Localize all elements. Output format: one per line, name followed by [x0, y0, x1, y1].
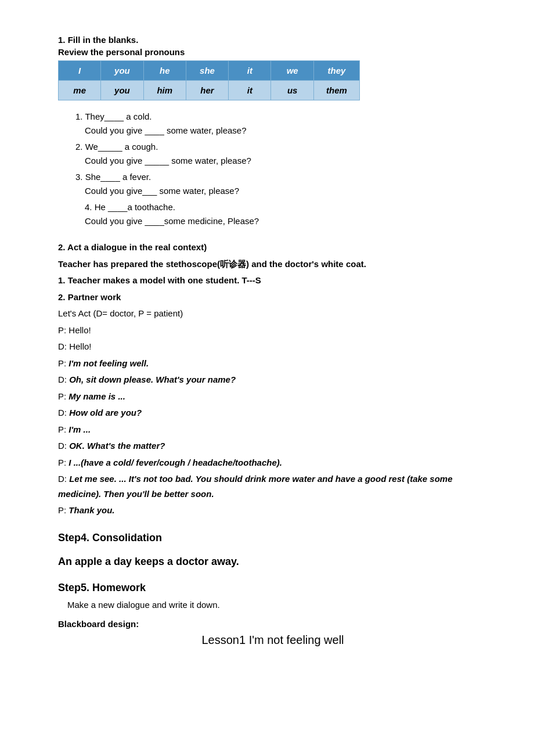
dialogue-line: D: How old are you?	[58, 405, 488, 420]
section2-title: 2. Act a dialogue in the real context)	[58, 240, 488, 255]
section1-subtitle: Review the personal pronouns	[58, 47, 488, 57]
exercise-line1: 2. We_____ a cough.	[75, 140, 488, 154]
dialogue-line: D: Let me see. ... It's not too bad. You…	[58, 471, 488, 501]
section2-line3: 2. Partner work	[58, 290, 488, 305]
step4-heading: Step4. Consolidation	[58, 532, 488, 544]
pronoun-cell: I	[59, 61, 101, 81]
dialogue-line: P: Hello!	[58, 323, 488, 338]
dialogue-line: P: My name is ...	[58, 389, 488, 404]
exercise-list: 1. They____ a cold.Could you give ____ s…	[75, 110, 488, 228]
dialogue-text: I'm not feeling well.	[68, 358, 149, 368]
dialogue-text: Thank you.	[68, 505, 114, 515]
dialogue-text: Oh, sit down please. What's your name?	[69, 375, 236, 384]
dialogue-text: Let me see. ... It's not too bad. You sh…	[58, 474, 453, 499]
dialogue-line: D: Hello!	[58, 339, 488, 354]
dialogue-line: P: I'm ...	[58, 422, 488, 437]
blackboard-title: Lesson1 I'm not feeling well	[58, 633, 488, 647]
dialogue-text: OK. What's the matter?	[69, 441, 165, 451]
apple-saying: An apple a day keeps a doctor away.	[58, 556, 488, 568]
pronoun-cell: me	[59, 81, 101, 100]
pronoun-cell: you	[101, 81, 143, 100]
pronoun-cell: they	[313, 61, 359, 81]
dialogue-speaker: P:	[58, 358, 68, 368]
exercise-line2: Could you give ____ some water, please?	[85, 124, 488, 138]
exercise-line2: Could you give _____ some water, please?	[85, 154, 488, 168]
section1: 1. Fill in the blanks. Review the person…	[58, 35, 488, 228]
dialogue-text: Hello!	[68, 325, 91, 335]
blackboard-label: Blackboard design:	[58, 619, 488, 629]
dialogue-line: P: Thank you.	[58, 503, 488, 518]
dialogue-text: Hello!	[69, 341, 91, 351]
exercise-item: 3. She____ a fever.Could you give___ som…	[75, 170, 488, 198]
pronoun-cell: he	[143, 61, 186, 81]
dialogue-speaker: P:	[58, 424, 68, 434]
dialogue: P: Hello!D: Hello!P: I'm not feeling wel…	[58, 323, 488, 518]
pronoun-cell: she	[186, 61, 228, 81]
dialogue-speaker: D:	[58, 441, 69, 451]
exercise-line1: 4. He ____a toothache.	[85, 200, 488, 214]
section2-line1: Teacher has prepared the stethoscope(听诊器…	[58, 257, 488, 272]
step4: Step4. Consolidation An apple a day keep…	[58, 532, 488, 568]
exercise-line2: Could you give___ some water, please?	[85, 184, 488, 198]
dialogue-text: My name is ...	[68, 391, 125, 401]
dialogue-text: How old are you?	[69, 408, 142, 417]
pronoun-cell: we	[271, 61, 313, 81]
exercise-item: 1. They____ a cold.Could you give ____ s…	[75, 110, 488, 138]
exercise-line1: 3. She____ a fever.	[75, 170, 488, 184]
dialogue-text: I'm ...	[68, 424, 91, 434]
blackboard: Blackboard design: Lesson1 I'm not feeli…	[58, 619, 488, 647]
dialogue-speaker: D:	[58, 341, 69, 351]
section2-line2: 1. Teacher makes a model with one studen…	[58, 273, 488, 288]
section2: 2. Act a dialogue in the real context) T…	[58, 240, 488, 518]
dialogue-speaker: D:	[58, 408, 69, 417]
pronoun-cell: you	[101, 61, 143, 81]
exercise-item: 4. He ____a toothache.Could you give ___…	[75, 200, 488, 228]
pronoun-cell: it	[229, 81, 271, 100]
pronoun-cell: us	[271, 81, 313, 100]
step5-text: Make a new dialogue and write it down.	[67, 600, 488, 610]
dialogue-line: D: Oh, sit down please. What's your name…	[58, 372, 488, 387]
section2-letact: Let's Act (D= doctor, P = patient)	[58, 306, 488, 321]
dialogue-line: P: I ...(have a cold/ fever/cough / head…	[58, 455, 488, 470]
dialogue-speaker: D:	[58, 375, 69, 384]
dialogue-speaker: D:	[58, 474, 69, 484]
dialogue-speaker: P:	[58, 505, 68, 515]
dialogue-line: P: I'm not feeling well.	[58, 356, 488, 371]
section1-title: 1. Fill in the blanks.	[58, 35, 488, 45]
dialogue-speaker: P:	[58, 391, 68, 401]
step5: Step5. Homework Make a new dialogue and …	[58, 582, 488, 610]
pronouns-table: Iyouhesheitwetheymeyouhimheritusthem	[58, 60, 360, 100]
exercise-item: 2. We_____ a cough.Could you give _____ …	[75, 140, 488, 168]
step5-heading: Step5. Homework	[58, 582, 488, 594]
dialogue-speaker: P:	[58, 458, 68, 467]
exercise-line2: Could you give ____some medicine, Please…	[85, 214, 488, 228]
pronoun-cell: him	[143, 81, 186, 100]
dialogue-line: D: OK. What's the matter?	[58, 438, 488, 453]
dialogue-speaker: P:	[58, 325, 68, 335]
pronoun-cell: them	[313, 81, 359, 100]
pronoun-cell: her	[186, 81, 228, 100]
pronoun-cell: it	[229, 61, 271, 81]
dialogue-text: I ...(have a cold/ fever/cough / headach…	[68, 458, 282, 467]
exercise-line1: 1. They____ a cold.	[75, 110, 488, 124]
